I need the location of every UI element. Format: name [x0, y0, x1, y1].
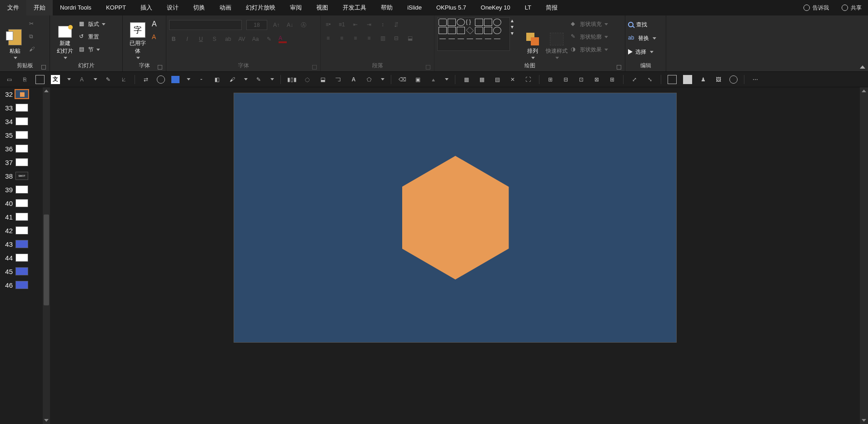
tb-circle-icon[interactable]	[157, 75, 165, 84]
reset-button[interactable]: ↺重置	[79, 32, 117, 42]
highlight-button[interactable]: ✎	[264, 35, 274, 44]
tb-c2-icon[interactable]: ⊟	[561, 75, 570, 84]
strike-button[interactable]: S	[210, 35, 219, 44]
tb-c1-icon[interactable]: ⊞	[546, 75, 555, 84]
arrange-button[interactable]: 排列	[523, 17, 543, 59]
tb-lamp-icon[interactable]: ♟	[698, 75, 708, 84]
tab-brief[interactable]: 简报	[539, 0, 565, 15]
shape-outline-button[interactable]: ✎形状轮廓	[571, 32, 616, 42]
tb-c5-icon[interactable]: ⊞	[608, 75, 617, 84]
tab-onekey[interactable]: OneKey 10	[474, 0, 518, 15]
canvas-scrollbar[interactable]	[860, 87, 868, 424]
draw-dialog-launcher[interactable]	[617, 65, 621, 70]
tb-more-icon[interactable]: ⋯	[751, 75, 760, 84]
thumbnail-scrollbar[interactable]	[43, 87, 50, 424]
tb-d2-icon[interactable]: ⤡	[645, 75, 654, 84]
tb-pen2-icon[interactable]: ✎	[254, 75, 263, 84]
section-button[interactable]: ▤节	[79, 45, 117, 55]
tb-grad-icon[interactable]: ◧	[212, 75, 221, 84]
tb-dropper-icon[interactable]: ⁃	[197, 75, 206, 84]
tb-shape-icon[interactable]: ⬠	[364, 75, 374, 84]
paste-button[interactable]: 粘贴	[3, 17, 27, 59]
shapes-gallery[interactable]: { }	[437, 17, 510, 51]
tb-frame-icon[interactable]	[35, 75, 45, 84]
para-dialog-launcher[interactable]	[426, 65, 430, 70]
bold-button[interactable]: B	[169, 35, 178, 44]
scrollbar-thumb[interactable]	[44, 214, 49, 305]
bullets-button[interactable]: ≡•	[324, 20, 333, 29]
tab-design[interactable]: 设计	[160, 0, 186, 15]
shape-fill-button[interactable]: ◆形状填充	[571, 19, 616, 29]
underline-button[interactable]: U	[196, 35, 205, 44]
tab-nordri[interactable]: Nordri Tools	[53, 0, 99, 15]
tb-link-icon[interactable]: ⎘	[20, 75, 29, 84]
copy-button[interactable]: ⧉	[29, 32, 36, 42]
font-size-combo[interactable]: 18	[246, 20, 267, 30]
tab-review[interactable]: 审阅	[283, 0, 309, 15]
tb-b5-icon[interactable]: ⛶	[524, 75, 533, 84]
tab-slideshow[interactable]: 幻灯片放映	[239, 0, 283, 15]
indent-inc-button[interactable]: ⇥	[364, 20, 374, 29]
hexagon-shape[interactable]	[402, 156, 509, 279]
select-button[interactable]: 选择	[628, 46, 663, 57]
align-center-button[interactable]: ≡	[337, 34, 346, 43]
tab-lt[interactable]: LT	[518, 0, 539, 15]
tb-image-icon[interactable]: 🖼	[714, 75, 723, 84]
font-color-button[interactable]: A	[278, 35, 287, 44]
find-button[interactable]: 查找	[628, 19, 663, 30]
tab-koppt[interactable]: KOPPT	[99, 0, 133, 15]
tb-brush2-icon[interactable]: 🖌	[228, 75, 237, 84]
justify-button[interactable]: ≡	[364, 34, 374, 43]
slide-canvas[interactable]	[234, 93, 677, 343]
case-button[interactable]: Aa	[251, 35, 260, 44]
tb-layer-icon[interactable]: ▣	[413, 75, 422, 84]
tb-circle2-icon[interactable]	[729, 75, 738, 84]
text-direction-button[interactable]: ⮃	[392, 20, 401, 29]
tb-fill-icon[interactable]	[171, 76, 180, 83]
tb-crop-icon[interactable]	[668, 75, 677, 84]
tb-split-icon[interactable]: ⫎	[334, 75, 343, 84]
usedfont-dialog-launcher[interactable]	[158, 65, 162, 70]
tab-insert[interactable]: 插入	[133, 0, 160, 15]
tab-transition[interactable]: 切换	[186, 0, 212, 15]
font-family-combo[interactable]	[169, 20, 242, 30]
tb-b2-icon[interactable]: ▩	[477, 75, 486, 84]
share-button[interactable]: 共享	[835, 4, 868, 12]
italic-button[interactable]: I	[183, 35, 192, 44]
tb-b1-icon[interactable]: ▦	[462, 75, 471, 84]
tab-help[interactable]: 帮助	[374, 0, 400, 15]
tb-doc-icon[interactable]: ▭	[5, 75, 14, 84]
tb-swap-icon[interactable]: ⇄	[141, 75, 150, 84]
increase-font-a[interactable]: A	[152, 19, 157, 29]
line-spacing-button[interactable]: ↕	[378, 20, 387, 29]
indent-dec-button[interactable]: ⇤	[351, 20, 360, 29]
tb-square-icon[interactable]	[683, 75, 692, 84]
tab-view[interactable]: 视图	[309, 0, 335, 15]
layout-button[interactable]: ▦版式	[79, 19, 117, 29]
tb-chart-icon[interactable]: ▮▯▮	[287, 75, 296, 84]
tb-pen-icon[interactable]: ✎	[104, 75, 113, 84]
replace-button[interactable]: ab替换	[628, 33, 663, 44]
columns-button[interactable]: ▥	[378, 34, 387, 43]
shape-effects-button[interactable]: ◑形状效果	[571, 45, 616, 55]
gallery-down[interactable]: ▾	[511, 24, 518, 30]
used-fonts-button[interactable]: 字 已用字 体	[125, 17, 150, 59]
tab-islide[interactable]: iSlide	[400, 0, 429, 15]
font-dialog-launcher[interactable]	[312, 65, 317, 70]
tb-c3-icon[interactable]: ⊡	[577, 75, 586, 84]
tb-flip-icon[interactable]: ⟁	[429, 75, 438, 84]
cut-button[interactable]: ✂	[29, 19, 36, 29]
shrink-font-button[interactable]: A↓	[285, 20, 294, 30]
quick-styles-button[interactable]: 快速样式	[544, 17, 569, 59]
tb-b4-icon[interactable]: ✕	[508, 75, 517, 84]
clear-format-button[interactable]: Ⓐ	[299, 20, 308, 30]
gallery-up[interactable]: ▴	[511, 17, 518, 24]
tb-a-icon[interactable]: A	[77, 75, 86, 84]
clipboard-dialog-launcher[interactable]	[41, 65, 46, 70]
spacing-button[interactable]: AV	[237, 35, 246, 44]
new-slide-button[interactable]: 新建 幻灯片	[53, 17, 77, 59]
tb-text-icon[interactable]: 文	[51, 75, 60, 84]
tab-dev[interactable]: 开发工具	[335, 0, 374, 15]
grow-font-button[interactable]: A↑	[272, 20, 281, 30]
tb-A-icon[interactable]: A	[349, 75, 358, 84]
